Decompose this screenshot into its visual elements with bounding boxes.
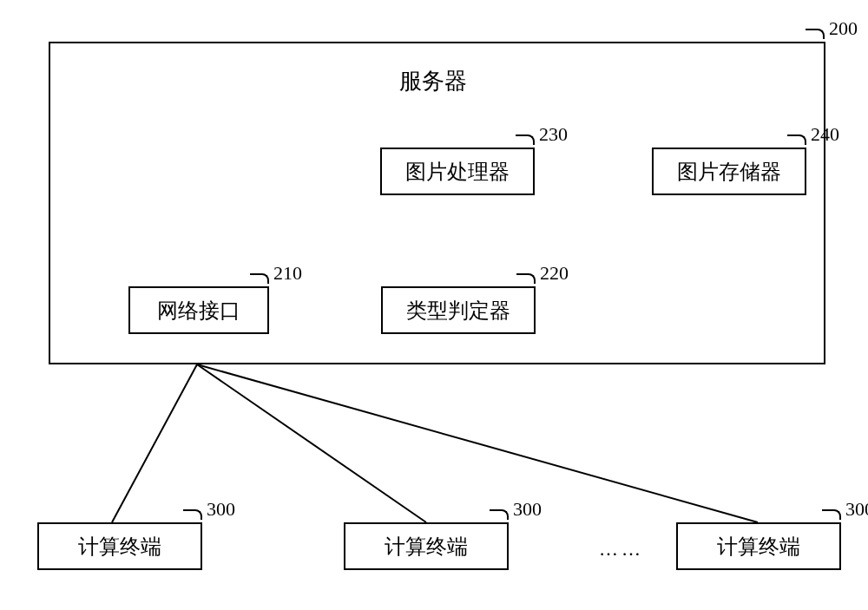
image-storage-label: 图片存储器 [677, 158, 781, 186]
network-interface-ref-lead [250, 273, 269, 284]
image-processor-ref-lead [516, 134, 535, 145]
svg-line-3 [112, 364, 197, 522]
image-processor-ref: 230 [539, 123, 568, 146]
network-interface-label: 网络接口 [157, 297, 240, 325]
terminal-ref-3: 300 [845, 498, 868, 521]
terminal-label-3: 计算终端 [717, 533, 800, 561]
server-ref-lead [806, 29, 825, 39]
network-interface-ref: 210 [273, 262, 302, 285]
ellipsis: …… [599, 538, 644, 561]
terminal-box-3: 计算终端 [676, 522, 841, 570]
network-interface-box: 网络接口 [128, 286, 269, 334]
image-storage-ref: 240 [811, 123, 839, 146]
image-processor-label: 图片处理器 [405, 158, 510, 186]
terminal-ref-lead-1 [183, 509, 202, 520]
type-determiner-label: 类型判定器 [406, 297, 510, 325]
terminal-label-1: 计算终端 [78, 533, 161, 561]
diagram-canvas: 服务器 200 图片处理器 230 图片存储器 240 网络接口 210 类型判… [0, 0, 868, 610]
type-determiner-ref-lead [516, 273, 536, 284]
server-ref: 200 [829, 17, 858, 40]
terminal-ref-1: 300 [207, 498, 235, 521]
terminal-box-1: 计算终端 [37, 522, 202, 570]
terminal-ref-2: 300 [513, 498, 542, 521]
terminal-ref-lead-2 [490, 509, 509, 520]
svg-line-5 [197, 364, 758, 522]
terminal-label-2: 计算终端 [385, 533, 468, 561]
image-processor-box: 图片处理器 [380, 148, 535, 195]
terminal-ref-lead-3 [822, 509, 841, 520]
image-storage-box: 图片存储器 [652, 148, 806, 195]
server-title: 服务器 [399, 66, 467, 96]
terminal-box-2: 计算终端 [344, 522, 509, 570]
image-storage-ref-lead [787, 134, 806, 145]
type-determiner-ref: 220 [540, 262, 569, 285]
type-determiner-box: 类型判定器 [381, 286, 536, 334]
